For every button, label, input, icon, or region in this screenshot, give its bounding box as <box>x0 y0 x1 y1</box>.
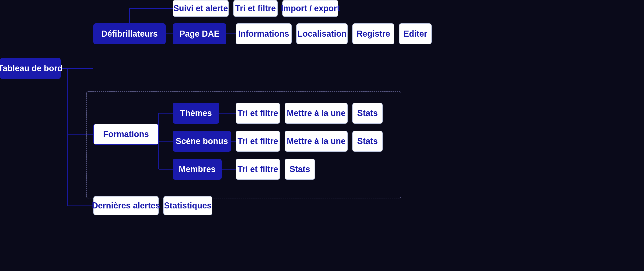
mettre-une-scene-label: Mettre à la une <box>287 136 346 146</box>
page-dae-node[interactable]: Page DAE <box>173 23 226 44</box>
tri-filtre-top-node[interactable]: Tri et filtre <box>233 0 278 17</box>
scene-bonus-node[interactable]: Scène bonus <box>173 131 231 152</box>
informations-label: Informations <box>238 29 289 39</box>
suivi-alerte-node[interactable]: Suivi et alerte <box>173 0 229 17</box>
import-export-label: Import / export <box>281 4 340 13</box>
registre-label: Registre <box>356 29 390 39</box>
editer-node[interactable]: Editer <box>399 23 432 44</box>
tableau-de-bord-node[interactable]: Tableau de bord <box>0 58 61 79</box>
themes-node[interactable]: Thèmes <box>173 103 219 124</box>
stats-membres-label: Stats <box>290 164 310 174</box>
tri-filtre-themes-label: Tri et filtre <box>238 108 278 118</box>
mettre-une-themes-node[interactable]: Mettre à la une <box>285 103 348 124</box>
tri-filtre-membres-label: Tri et filtre <box>238 164 278 174</box>
dernieres-alertes-label: Dernières alertes <box>92 201 160 210</box>
defibrillateurs-node[interactable]: Défibrillateurs <box>93 23 166 44</box>
scene-bonus-label: Scène bonus <box>176 136 228 146</box>
dernieres-alertes-node[interactable]: Dernières alertes <box>93 196 159 215</box>
stats-themes-node[interactable]: Stats <box>352 103 383 124</box>
localisation-label: Localisation <box>298 29 346 39</box>
mettre-une-scene-node[interactable]: Mettre à la une <box>285 131 348 152</box>
page-dae-label: Page DAE <box>180 29 220 39</box>
suivi-alerte-label: Suivi et alerte <box>173 4 228 13</box>
statistiques-node[interactable]: Statistiques <box>163 196 212 215</box>
tri-filtre-themes-node[interactable]: Tri et filtre <box>236 103 280 124</box>
stats-themes-label: Stats <box>357 108 378 118</box>
import-export-node[interactable]: Import / export <box>282 0 338 17</box>
membres-label: Membres <box>179 164 216 174</box>
informations-node[interactable]: Informations <box>236 23 292 44</box>
stats-membres-node[interactable]: Stats <box>285 159 315 180</box>
localisation-node[interactable]: Localisation <box>296 23 348 44</box>
stats-scene-node[interactable]: Stats <box>352 131 383 152</box>
formations-label: Formations <box>103 129 149 139</box>
tri-filtre-membres-node[interactable]: Tri et filtre <box>236 159 280 180</box>
membres-node[interactable]: Membres <box>173 159 222 180</box>
themes-label: Thèmes <box>180 108 212 118</box>
defibrillateurs-label: Défibrillateurs <box>101 29 158 39</box>
formations-node[interactable]: Formations <box>93 124 159 145</box>
tri-filtre-top-label: Tri et filtre <box>235 4 276 13</box>
tri-filtre-scene-node[interactable]: Tri et filtre <box>236 131 280 152</box>
tableau-de-bord-label: Tableau de bord <box>0 64 62 73</box>
registre-node[interactable]: Registre <box>352 23 394 44</box>
mettre-une-themes-label: Mettre à la une <box>287 108 346 118</box>
stats-scene-label: Stats <box>357 136 378 146</box>
statistiques-label: Statistiques <box>164 201 212 210</box>
tri-filtre-scene-label: Tri et filtre <box>238 136 278 146</box>
editer-label: Editer <box>404 29 427 39</box>
